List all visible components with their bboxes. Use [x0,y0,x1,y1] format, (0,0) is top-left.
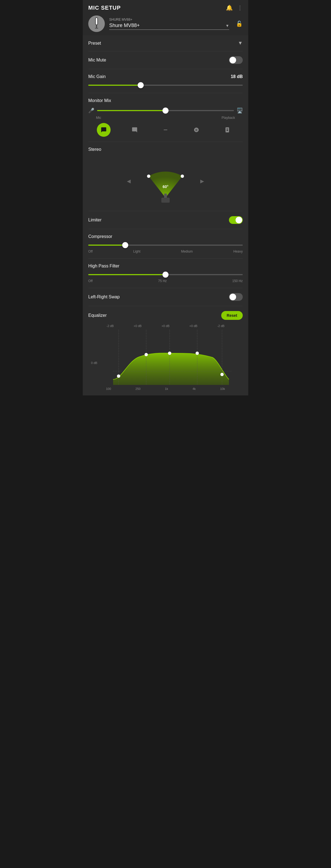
compressor-labels: Off Light Medium Heavy [88,250,243,253]
stereo-title: Stereo [88,147,243,152]
hpf-track-container[interactable] [88,272,243,277]
monitor-slider-track[interactable] [97,110,234,111]
preset-dropdown-icon[interactable]: ▼ [238,40,243,46]
flat-preset-btn[interactable] [159,123,172,137]
monitor-mix-title: Monitor Mix [88,98,243,103]
eq-reset-button[interactable]: Reset [221,311,243,320]
guitar-preset-btn[interactable] [189,123,203,137]
mic-mute-label: Mic Mute [88,58,106,63]
svg-rect-1 [96,18,97,25]
mic-gain-track-container[interactable] [88,83,243,88]
speaker-preset-btn[interactable] [220,123,234,137]
svg-point-6 [147,175,150,178]
mic-mute-knob [230,57,236,63]
eq-freq-10k: 10k [220,387,225,391]
svg-rect-5 [161,198,170,203]
preset-label: Preset [88,41,101,46]
mic-gain-title: Mic Gain [88,74,106,79]
device-model-label: SHURE MV88+ [109,18,229,22]
lr-swap-knob [230,293,236,300]
eq-db-2: +0 dB [133,324,142,328]
mic-gain-section: Mic Gain 18 dB [88,69,243,93]
compressor-section: Compressor Off Light Medium Heavy [88,229,243,259]
limiter-label: Limiter [88,218,101,222]
mic-gain-track [88,85,243,86]
lock-icon[interactable]: 🔓 [236,21,243,27]
monitor-slider-row: 🎤 🖥️ [88,107,243,114]
eq-header: Equalizer Reset [88,311,243,320]
mic-gain-thumb[interactable] [138,82,144,88]
svg-point-14 [168,351,171,355]
limiter-toggle[interactable] [229,216,243,224]
hpf-title: High Pass Filter [88,264,119,269]
eq-db-3: +0 dB [161,324,169,328]
mic-mute-section: Mic Mute [88,51,243,69]
eq-title: Equalizer [88,313,107,318]
compressor-medium-label: Medium [181,250,193,253]
monitor-slider-fill [97,110,166,111]
more-options-icon[interactable]: ⋮ [237,4,243,11]
hpf-thumb[interactable] [162,272,169,278]
header-icons: 🔔 ⋮ [226,4,243,11]
instrument-preset-btn[interactable] [128,123,142,137]
hpf-fill [88,274,166,275]
eq-freq-1k: 1k [165,387,168,391]
limiter-section: Limiter [88,211,243,229]
compressor-title: Compressor [88,234,112,239]
mic-label: Mic [96,116,101,120]
stereo-right-arrow[interactable]: ▶ [200,178,204,184]
high-pass-filter-section: High Pass Filter Off 75 Hz 150 Hz [88,259,243,288]
limiter-row: Limiter [88,216,243,224]
hpf-75hz-label: 75 Hz [158,279,167,283]
preset-section: Preset ▼ [88,35,243,51]
stereo-left-arrow[interactable]: ◀ [127,178,131,184]
lr-swap-label: Left-Right Swap [88,294,120,300]
playback-label: Playback [221,116,235,120]
mic-icon: 🎤 [88,107,94,114]
mic-mute-row: Mic Mute [88,56,243,64]
compressor-heavy-label: Heavy [233,250,243,253]
device-name: Shure MV88+ [109,23,223,28]
hpf-track [88,274,243,275]
device-avatar [88,16,105,32]
stereo-canvas: 60° [135,159,196,203]
mic-mute-toggle[interactable] [229,56,243,64]
mic-gain-value: 18 dB [231,74,243,79]
main-content: Preset ▼ Mic Mute Mic Gain 18 dB [83,35,248,395]
compressor-track [88,245,243,246]
eq-db-labels: -2 dB +0 dB +0 dB +0 dB -2 dB [88,324,243,328]
dropdown-arrow-icon[interactable]: ▼ [225,24,229,28]
mic-gain-fill [88,85,141,86]
compressor-fill [88,245,125,246]
notification-icon[interactable]: 🔔 [226,4,233,11]
stereo-visualization: ◀ [88,156,243,206]
speech-preset-btn[interactable] [97,123,111,137]
device-info: SHURE MV88+ Shure MV88+ ▼ [109,18,229,30]
svg-rect-2 [96,25,97,28]
eq-freq-4k: 4k [192,387,196,391]
device-row: SHURE MV88+ Shure MV88+ ▼ 🔓 [88,16,243,32]
eq-freq-labels: 100 250 1k 4k 10k [88,385,243,391]
svg-point-7 [181,175,184,178]
hpf-labels: Off 75 Hz 150 Hz [88,279,243,283]
svg-point-18 [220,373,224,376]
stereo-section: Stereo ◀ [88,142,243,211]
header: MIC SETUP 🔔 ⋮ SHURE MV88+ Shure MV88+ ▼ [83,0,248,35]
preset-row[interactable]: Preset ▼ [88,40,243,46]
monitor-labels-row: Mic Playback [88,116,243,120]
lr-swap-toggle[interactable] [229,293,243,301]
svg-text:60°: 60° [162,184,168,189]
eq-db-1: -2 dB [107,324,114,328]
monitor-mix-section: Monitor Mix 🎤 🖥️ Mic Playback [88,93,243,142]
eq-freq-100: 100 [106,387,111,391]
svg-point-12 [145,353,148,356]
compressor-thumb[interactable] [122,242,128,248]
svg-point-16 [195,351,199,355]
lr-swap-section: Left-Right Swap [88,288,243,306]
eq-chart[interactable]: 0 dB [91,330,240,385]
compressor-light-label: Light [133,250,141,253]
device-select-row[interactable]: Shure MV88+ ▼ [109,23,229,30]
monitor-slider-thumb[interactable] [162,107,169,114]
hpf-off-label: Off [88,279,93,283]
compressor-track-container[interactable] [88,242,243,248]
